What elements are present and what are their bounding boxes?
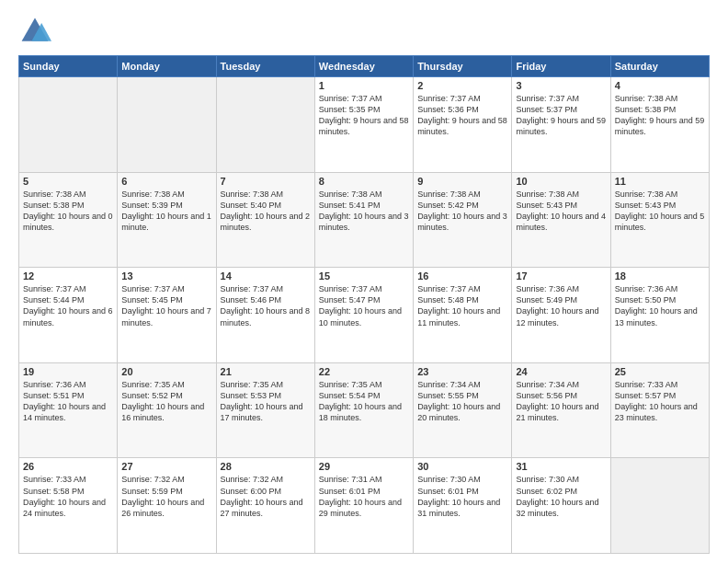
day-cell: 12Sunrise: 7:37 AM Sunset: 5:44 PM Dayli… <box>19 268 118 363</box>
day-number: 6 <box>121 176 211 187</box>
day-number: 11 <box>615 176 705 187</box>
day-cell <box>610 458 709 554</box>
day-cell: 2Sunrise: 7:37 AM Sunset: 5:36 PM Daylig… <box>414 77 512 173</box>
day-number: 26 <box>23 461 113 472</box>
day-cell: 15Sunrise: 7:37 AM Sunset: 5:47 PM Dayli… <box>314 268 413 363</box>
day-info: Sunrise: 7:38 AM Sunset: 5:39 PM Dayligh… <box>121 189 211 234</box>
week-row-4: 19Sunrise: 7:36 AM Sunset: 5:51 PM Dayli… <box>19 362 710 458</box>
day-cell <box>216 77 314 173</box>
day-cell: 19Sunrise: 7:36 AM Sunset: 5:51 PM Dayli… <box>19 362 118 458</box>
day-info: Sunrise: 7:38 AM Sunset: 5:42 PM Dayligh… <box>417 189 507 234</box>
day-cell: 1Sunrise: 7:37 AM Sunset: 5:35 PM Daylig… <box>314 77 413 173</box>
calendar-table: SundayMondayTuesdayWednesdayThursdayFrid… <box>18 55 710 554</box>
day-info: Sunrise: 7:37 AM Sunset: 5:45 PM Dayligh… <box>121 283 211 328</box>
day-number: 7 <box>221 176 311 187</box>
day-info: Sunrise: 7:37 AM Sunset: 5:47 PM Dayligh… <box>319 283 409 328</box>
day-info: Sunrise: 7:38 AM Sunset: 5:40 PM Dayligh… <box>221 189 311 234</box>
weekday-header-row: SundayMondayTuesdayWednesdayThursdayFrid… <box>19 56 710 77</box>
day-cell: 8Sunrise: 7:38 AM Sunset: 5:41 PM Daylig… <box>314 172 413 268</box>
page: SundayMondayTuesdayWednesdayThursdayFrid… <box>0 0 728 563</box>
day-info: Sunrise: 7:38 AM Sunset: 5:38 PM Dayligh… <box>23 189 113 234</box>
day-info: Sunrise: 7:30 AM Sunset: 6:01 PM Dayligh… <box>417 474 507 519</box>
weekday-thursday: Thursday <box>414 56 512 77</box>
day-info: Sunrise: 7:37 AM Sunset: 5:35 PM Dayligh… <box>319 93 409 138</box>
day-number: 10 <box>516 176 606 187</box>
week-row-2: 5Sunrise: 7:38 AM Sunset: 5:38 PM Daylig… <box>19 172 710 268</box>
day-cell: 24Sunrise: 7:34 AM Sunset: 5:56 PM Dayli… <box>512 362 610 458</box>
day-cell: 25Sunrise: 7:33 AM Sunset: 5:57 PM Dayli… <box>610 362 709 458</box>
day-number: 13 <box>121 270 211 282</box>
day-info: Sunrise: 7:32 AM Sunset: 5:59 PM Dayligh… <box>121 474 211 519</box>
day-cell: 31Sunrise: 7:30 AM Sunset: 6:02 PM Dayli… <box>512 458 610 554</box>
day-number: 5 <box>23 176 113 187</box>
day-cell: 16Sunrise: 7:37 AM Sunset: 5:48 PM Dayli… <box>414 268 512 363</box>
day-cell: 21Sunrise: 7:35 AM Sunset: 5:53 PM Dayli… <box>216 362 314 458</box>
weekday-wednesday: Wednesday <box>314 56 413 77</box>
header <box>18 15 710 48</box>
day-info: Sunrise: 7:32 AM Sunset: 6:00 PM Dayligh… <box>221 474 311 519</box>
day-info: Sunrise: 7:35 AM Sunset: 5:52 PM Dayligh… <box>121 379 211 424</box>
day-cell: 6Sunrise: 7:38 AM Sunset: 5:39 PM Daylig… <box>118 172 216 268</box>
day-cell: 27Sunrise: 7:32 AM Sunset: 5:59 PM Dayli… <box>118 458 216 554</box>
day-number: 14 <box>221 270 311 282</box>
day-cell: 28Sunrise: 7:32 AM Sunset: 6:00 PM Dayli… <box>216 458 314 554</box>
day-cell: 18Sunrise: 7:36 AM Sunset: 5:50 PM Dayli… <box>610 268 709 363</box>
day-number: 17 <box>516 270 606 282</box>
day-number: 25 <box>615 366 705 377</box>
day-number: 4 <box>615 80 705 91</box>
day-number: 1 <box>319 80 409 91</box>
day-info: Sunrise: 7:30 AM Sunset: 6:02 PM Dayligh… <box>516 474 606 519</box>
week-row-5: 26Sunrise: 7:33 AM Sunset: 5:58 PM Dayli… <box>19 458 710 554</box>
day-info: Sunrise: 7:35 AM Sunset: 5:54 PM Dayligh… <box>319 379 409 424</box>
weekday-saturday: Saturday <box>610 56 709 77</box>
day-number: 18 <box>615 270 705 282</box>
day-info: Sunrise: 7:34 AM Sunset: 5:56 PM Dayligh… <box>516 379 606 424</box>
day-number: 12 <box>23 270 113 282</box>
day-cell: 3Sunrise: 7:37 AM Sunset: 5:37 PM Daylig… <box>512 77 610 173</box>
day-number: 16 <box>417 270 507 282</box>
day-info: Sunrise: 7:35 AM Sunset: 5:53 PM Dayligh… <box>221 379 311 424</box>
day-cell: 4Sunrise: 7:38 AM Sunset: 5:38 PM Daylig… <box>610 77 709 173</box>
week-row-3: 12Sunrise: 7:37 AM Sunset: 5:44 PM Dayli… <box>19 268 710 363</box>
week-row-1: 1Sunrise: 7:37 AM Sunset: 5:35 PM Daylig… <box>19 77 710 173</box>
weekday-monday: Monday <box>118 56 216 77</box>
day-number: 29 <box>319 461 409 472</box>
day-number: 15 <box>319 270 409 282</box>
day-cell: 11Sunrise: 7:38 AM Sunset: 5:43 PM Dayli… <box>610 172 709 268</box>
day-info: Sunrise: 7:31 AM Sunset: 6:01 PM Dayligh… <box>319 474 409 519</box>
day-info: Sunrise: 7:38 AM Sunset: 5:43 PM Dayligh… <box>615 189 705 234</box>
day-cell: 29Sunrise: 7:31 AM Sunset: 6:01 PM Dayli… <box>314 458 413 554</box>
day-number: 22 <box>319 366 409 377</box>
weekday-friday: Friday <box>512 56 610 77</box>
day-number: 30 <box>417 461 507 472</box>
day-number: 9 <box>417 176 507 187</box>
weekday-sunday: Sunday <box>19 56 118 77</box>
day-info: Sunrise: 7:36 AM Sunset: 5:51 PM Dayligh… <box>23 379 113 424</box>
day-info: Sunrise: 7:37 AM Sunset: 5:44 PM Dayligh… <box>23 283 113 328</box>
day-info: Sunrise: 7:36 AM Sunset: 5:50 PM Dayligh… <box>615 283 705 328</box>
day-cell: 13Sunrise: 7:37 AM Sunset: 5:45 PM Dayli… <box>118 268 216 363</box>
day-number: 20 <box>121 366 211 377</box>
day-info: Sunrise: 7:38 AM Sunset: 5:38 PM Dayligh… <box>615 93 705 138</box>
weekday-tuesday: Tuesday <box>216 56 314 77</box>
day-cell: 30Sunrise: 7:30 AM Sunset: 6:01 PM Dayli… <box>414 458 512 554</box>
day-cell: 23Sunrise: 7:34 AM Sunset: 5:55 PM Dayli… <box>414 362 512 458</box>
day-cell: 17Sunrise: 7:36 AM Sunset: 5:49 PM Dayli… <box>512 268 610 363</box>
day-info: Sunrise: 7:37 AM Sunset: 5:48 PM Dayligh… <box>417 283 507 328</box>
day-number: 21 <box>221 366 311 377</box>
day-info: Sunrise: 7:37 AM Sunset: 5:36 PM Dayligh… <box>417 93 507 138</box>
day-cell: 10Sunrise: 7:38 AM Sunset: 5:43 PM Dayli… <box>512 172 610 268</box>
day-number: 24 <box>516 366 606 377</box>
day-cell: 20Sunrise: 7:35 AM Sunset: 5:52 PM Dayli… <box>118 362 216 458</box>
day-number: 28 <box>221 461 311 472</box>
day-info: Sunrise: 7:36 AM Sunset: 5:49 PM Dayligh… <box>516 283 606 328</box>
day-cell: 26Sunrise: 7:33 AM Sunset: 5:58 PM Dayli… <box>19 458 118 554</box>
day-info: Sunrise: 7:37 AM Sunset: 5:46 PM Dayligh… <box>221 283 311 328</box>
day-number: 2 <box>417 80 507 91</box>
day-info: Sunrise: 7:37 AM Sunset: 5:37 PM Dayligh… <box>516 93 606 138</box>
day-cell: 7Sunrise: 7:38 AM Sunset: 5:40 PM Daylig… <box>216 172 314 268</box>
day-cell <box>118 77 216 173</box>
day-number: 23 <box>417 366 507 377</box>
day-cell: 22Sunrise: 7:35 AM Sunset: 5:54 PM Dayli… <box>314 362 413 458</box>
day-cell: 5Sunrise: 7:38 AM Sunset: 5:38 PM Daylig… <box>19 172 118 268</box>
